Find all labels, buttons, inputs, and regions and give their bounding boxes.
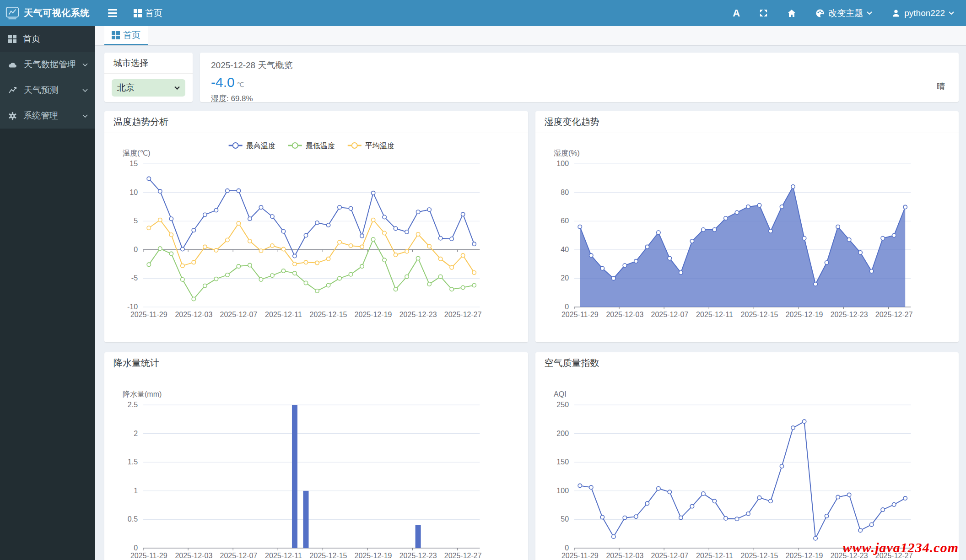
- chart-title: 温度趋势分析: [104, 111, 528, 133]
- city-select[interactable]: 北京: [112, 79, 185, 97]
- svg-text:2025-12-07: 2025-12-07: [651, 311, 688, 318]
- svg-text:2025-12-07: 2025-12-07: [220, 552, 257, 560]
- svg-text:10: 10: [130, 188, 138, 196]
- logo-chart-icon: [5, 6, 20, 21]
- svg-text:150: 150: [556, 458, 569, 466]
- svg-text:温度(℃): 温度(℃): [123, 149, 151, 157]
- city-panel-title: 城市选择: [104, 53, 193, 74]
- svg-text:1.5: 1.5: [128, 458, 138, 466]
- svg-text:0: 0: [565, 544, 569, 552]
- chart-title: 空气质量指数: [535, 352, 959, 374]
- chevron-down-icon: [949, 11, 954, 15]
- chevron-down-icon: [867, 11, 872, 15]
- chevron-down-icon: [82, 63, 88, 67]
- grid-icon: [134, 9, 142, 17]
- svg-text:2025-12-15: 2025-12-15: [310, 552, 347, 560]
- svg-text:2025-12-15: 2025-12-15: [740, 552, 778, 560]
- svg-text:80: 80: [561, 188, 569, 196]
- theme-menu[interactable]: 改变主题: [815, 7, 872, 19]
- trend-chart-icon: [8, 86, 17, 94]
- svg-text:2025-12-07: 2025-12-07: [651, 552, 688, 560]
- city-select-panel: 城市选择 北京: [104, 53, 193, 102]
- sidebar-item-home[interactable]: 首页: [0, 26, 95, 52]
- grid-icon: [8, 35, 16, 43]
- svg-text:50: 50: [561, 515, 569, 523]
- chart-title: 降水量统计: [104, 352, 528, 374]
- user-icon: [891, 9, 901, 18]
- sidebar-toggle-button[interactable]: [105, 6, 120, 20]
- svg-text:15: 15: [130, 160, 138, 167]
- chevron-down-icon: [82, 88, 88, 92]
- gear-icon: [8, 112, 17, 120]
- svg-text:250: 250: [556, 401, 569, 409]
- select-caret-icon: [174, 86, 180, 90]
- sidebar-item-weather-forecast[interactable]: 天气预测: [0, 77, 95, 103]
- weather-overview-card: 2025-12-28 天气概览 -4.0 ℃ 湿度: 69.8% 晴: [200, 53, 959, 102]
- svg-text:2025-12-03: 2025-12-03: [606, 552, 643, 560]
- top-navbar: 天气可视化系统 首页 A: [0, 0, 966, 26]
- home-icon: [787, 9, 796, 18]
- svg-text:-5: -5: [131, 274, 138, 282]
- svg-text:40: 40: [561, 246, 569, 253]
- overview-condition: 晴: [937, 81, 945, 92]
- svg-text:2025-12-23: 2025-12-23: [399, 552, 437, 560]
- svg-text:0: 0: [134, 544, 138, 552]
- svg-text:湿度(%): 湿度(%): [554, 149, 580, 157]
- svg-text:2025-11-29: 2025-11-29: [130, 311, 167, 318]
- grid-icon: [112, 31, 120, 39]
- svg-text:2025-11-29: 2025-11-29: [130, 552, 167, 560]
- sidebar-item-weather-data[interactable]: 天气数据管理: [0, 52, 95, 77]
- overview-humidity: 湿度: 69.8%: [211, 93, 948, 104]
- watermark: www.java1234.com: [843, 540, 959, 555]
- sidebar: 首页 天气数据管理 天气预测: [0, 26, 95, 560]
- app-title: 天气可视化系统: [24, 7, 90, 19]
- svg-text:100: 100: [556, 160, 569, 167]
- palette-icon: [815, 9, 825, 18]
- svg-text:2025-12-11: 2025-12-11: [265, 552, 302, 560]
- home-button[interactable]: [787, 9, 796, 18]
- svg-text:0.5: 0.5: [128, 515, 138, 523]
- overview-temp-unit: ℃: [237, 81, 244, 88]
- font-size-button[interactable]: A: [733, 7, 740, 19]
- svg-text:2025-12-19: 2025-12-19: [785, 311, 823, 318]
- fullscreen-button[interactable]: [759, 9, 768, 17]
- svg-text:最高温度: 最高温度: [246, 142, 275, 150]
- svg-text:60: 60: [561, 217, 569, 225]
- svg-text:2025-12-15: 2025-12-15: [310, 311, 347, 318]
- svg-text:2025-12-07: 2025-12-07: [220, 311, 257, 318]
- svg-text:20: 20: [561, 274, 569, 282]
- svg-text:AQI: AQI: [554, 390, 567, 398]
- svg-text:5: 5: [134, 217, 138, 225]
- svg-text:1: 1: [134, 487, 138, 495]
- navbar-home-link[interactable]: 首页: [134, 7, 162, 19]
- svg-text:2025-12-15: 2025-12-15: [740, 311, 778, 318]
- sidebar-menu: 首页 天气数据管理 天气预测: [0, 26, 95, 129]
- aqi-card: 空气质量指数 250200150100500AQI2025-11-292025-…: [535, 352, 959, 560]
- overview-temperature: -4.0: [211, 75, 235, 90]
- app-logo[interactable]: 天气可视化系统: [0, 0, 95, 26]
- user-menu[interactable]: python222: [891, 8, 954, 18]
- username: python222: [904, 8, 945, 18]
- svg-text:2025-12-03: 2025-12-03: [606, 311, 643, 318]
- svg-text:2025-12-11: 2025-12-11: [696, 552, 733, 560]
- svg-text:2025-12-27: 2025-12-27: [875, 311, 912, 318]
- svg-text:2025-12-23: 2025-12-23: [399, 311, 437, 318]
- svg-text:2025-12-11: 2025-12-11: [265, 311, 302, 318]
- overview-title: 2025-12-28 天气概览: [211, 59, 948, 71]
- svg-text:2025-12-27: 2025-12-27: [444, 552, 482, 560]
- svg-text:100: 100: [556, 487, 569, 495]
- svg-text:平均温度: 平均温度: [365, 142, 394, 150]
- svg-text:2025-12-27: 2025-12-27: [444, 311, 482, 318]
- svg-text:2025-12-03: 2025-12-03: [175, 552, 212, 560]
- svg-text:2: 2: [134, 430, 138, 437]
- svg-text:0: 0: [565, 303, 569, 311]
- svg-text:降水量(mm): 降水量(mm): [123, 390, 162, 398]
- fullscreen-icon: [759, 9, 768, 17]
- svg-text:-10: -10: [127, 303, 138, 311]
- svg-text:2025-12-19: 2025-12-19: [785, 552, 823, 560]
- tab-bar: 首页: [95, 26, 966, 46]
- humidity-trend-chart: 100806040200湿度(%)2025-11-292025-12-03202…: [535, 111, 959, 342]
- sidebar-item-system-management[interactable]: 系统管理: [0, 103, 95, 129]
- precipitation-chart: 2.521.510.50降水量(mm)2025-11-292025-12-032…: [104, 352, 528, 560]
- tab-home[interactable]: 首页: [104, 26, 148, 45]
